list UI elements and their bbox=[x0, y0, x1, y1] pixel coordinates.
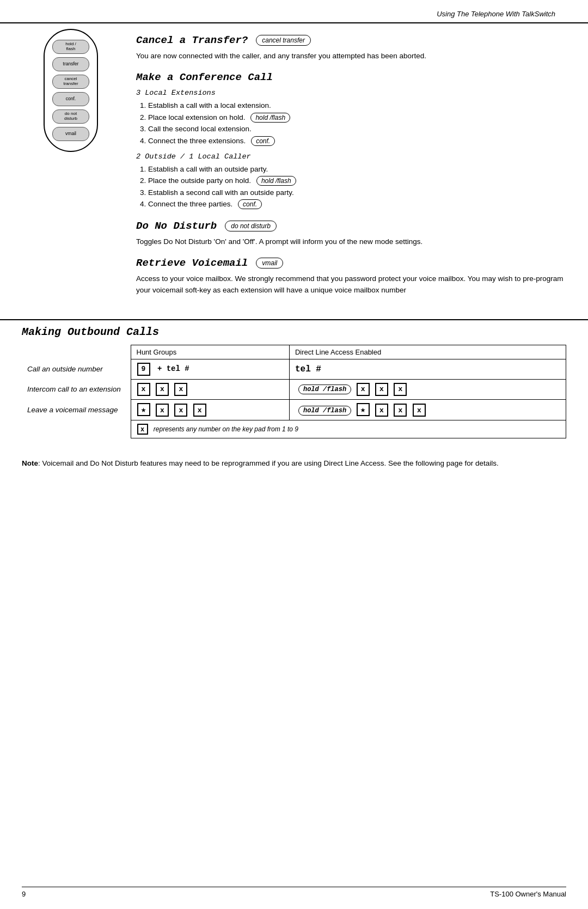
phone-button-label: hold / flash bbox=[65, 42, 76, 52]
row3-direct: hold /flash ★ x x x bbox=[289, 399, 566, 420]
x-key-1: x bbox=[137, 383, 150, 396]
phone-button-vmail: vmail bbox=[52, 127, 89, 141]
phone-button-hold: hold / flash bbox=[52, 40, 89, 54]
cancel-transfer-header: Cancel a Transfer? cancel transfer bbox=[136, 34, 566, 46]
page-header: Using The Telephone With TalkSwitch bbox=[0, 0, 588, 23]
x-key-2: x bbox=[156, 383, 169, 396]
tel-hash: tel # bbox=[295, 364, 321, 374]
phone-button-label: conf. bbox=[66, 96, 76, 101]
plus-tel: + tel # bbox=[157, 364, 189, 373]
main-content: hold / flash transfer cancel transfer co… bbox=[0, 29, 588, 316]
row3-label: Leave a voicemail message bbox=[22, 399, 131, 420]
outbound-section: Making Outbound Calls Hunt Groups Direct… bbox=[0, 319, 588, 450]
hold-flash-badge-vmail: hold /flash bbox=[298, 406, 351, 416]
hold-flash-badge-intercom: hold /flash bbox=[298, 385, 351, 394]
footnote-empty bbox=[22, 420, 131, 438]
local-steps-list: Establish a call with a local extension.… bbox=[136, 100, 566, 147]
phone-button-conf: conf. bbox=[52, 92, 89, 106]
table-row: Leave a voicemail message ★ x x x hold /… bbox=[22, 399, 566, 420]
outside-steps-list: Establish a call with an outside party. … bbox=[136, 163, 566, 210]
x-key-9: x bbox=[193, 404, 206, 417]
footnote-cell: x represents any number on the key pad f… bbox=[131, 420, 566, 438]
star-key-1: ★ bbox=[137, 403, 150, 416]
x-key-12: x bbox=[413, 404, 426, 417]
phone-button-label: vmail bbox=[65, 131, 76, 136]
local-step-1: Establish a call with a local extension. bbox=[148, 100, 566, 112]
x-key-11: x bbox=[394, 404, 407, 417]
phone-button-transfer: transfer bbox=[52, 57, 89, 71]
voicemail-badge: vmail bbox=[256, 258, 283, 269]
dnd-badge: do not disturb bbox=[225, 221, 277, 231]
footnote-row: x represents any number on the key pad f… bbox=[22, 420, 566, 438]
row3-hunt: ★ x x x bbox=[131, 399, 289, 420]
x-key-8: x bbox=[174, 404, 187, 417]
table-row: Call an outside number 9 + tel # tel # bbox=[22, 359, 566, 379]
note-section: Note: Voicemail and Do Not Disturb featu… bbox=[0, 449, 588, 480]
outside-step-2: Place the outside party on hold. hold /f… bbox=[148, 175, 566, 187]
conference-call-title: Make a Conference Call bbox=[136, 71, 273, 83]
local-step-4: Connect the three extensions. conf. bbox=[148, 135, 566, 147]
phone-button-label: do not disturb bbox=[64, 112, 77, 121]
row1-hunt: 9 + tel # bbox=[131, 359, 289, 379]
table-header-row: Hunt Groups Direct Line Access Enabled bbox=[22, 345, 566, 359]
cancel-transfer-title: Cancel a Transfer? bbox=[136, 34, 248, 46]
phone-button-cancel-transfer: cancel transfer bbox=[52, 75, 89, 89]
local-ext-subtitle: 3 Local Extensions bbox=[136, 89, 566, 97]
voicemail-section: Retrieve Voicemail vmail Access to your … bbox=[136, 257, 566, 296]
conference-call-header: Make a Conference Call bbox=[136, 71, 566, 83]
hold-flash-badge-1: hold /flash bbox=[250, 113, 290, 123]
direct-line-header: Direct Line Access Enabled bbox=[289, 345, 566, 359]
voicemail-header: Retrieve Voicemail vmail bbox=[136, 257, 566, 269]
phone-diagram: hold / flash transfer cancel transfer co… bbox=[22, 29, 120, 306]
dnd-body: Toggles Do Not Disturb 'On' and 'Off'. A… bbox=[136, 236, 566, 247]
cancel-transfer-badge: cancel transfer bbox=[256, 35, 311, 46]
hunt-groups-header: Hunt Groups bbox=[131, 345, 289, 359]
x-key-5: x bbox=[375, 383, 388, 396]
note-text: Voicemail and Do Not Disturb features ma… bbox=[42, 459, 499, 467]
note-label: Note bbox=[22, 459, 38, 467]
outside-step-1: Establish a call with an outside party. bbox=[148, 163, 566, 175]
local-step-2: Place local extension on hold. hold /fla… bbox=[148, 112, 566, 124]
row2-label: Intercom call to an extension bbox=[22, 379, 131, 399]
conf-badge-2: conf. bbox=[238, 199, 262, 209]
phone-button-label: transfer bbox=[63, 62, 79, 66]
outside-step-4: Connect the three parties. conf. bbox=[148, 198, 566, 210]
row1-label: Call an outside number bbox=[22, 359, 131, 379]
header-title: Using The Telephone With TalkSwitch bbox=[437, 10, 555, 18]
x-key-10: x bbox=[375, 404, 388, 417]
conference-call-section: Make a Conference Call 3 Local Extension… bbox=[136, 71, 566, 210]
footer-manual: TS-100 Owner's Manual bbox=[490, 890, 566, 898]
note-colon: : bbox=[38, 459, 42, 467]
star-key-2: ★ bbox=[357, 403, 370, 416]
phone-button-dnd: do not disturb bbox=[52, 109, 89, 124]
dnd-title: Do No Disturb bbox=[136, 220, 217, 232]
local-step-3: Call the second local extension. bbox=[148, 123, 566, 135]
dnd-header: Do No Disturb do not disturb bbox=[136, 220, 566, 232]
x-footnote: x bbox=[137, 424, 148, 435]
label-col-header bbox=[22, 345, 131, 359]
voicemail-title: Retrieve Voicemail bbox=[136, 257, 248, 269]
footer-page-number: 9 bbox=[22, 890, 26, 898]
table-row: Intercom call to an extension x x x hold… bbox=[22, 379, 566, 399]
page-footer: 9 TS-100 Owner's Manual bbox=[22, 887, 566, 898]
nine-key: 9 bbox=[137, 363, 150, 376]
row2-hunt: x x x bbox=[131, 379, 289, 399]
cancel-transfer-body: You are now connected with the caller, a… bbox=[136, 51, 566, 62]
do-not-disturb-section: Do No Disturb do not disturb Toggles Do … bbox=[136, 220, 566, 247]
row1-direct: tel # bbox=[289, 359, 566, 379]
right-content: Cancel a Transfer? cancel transfer You a… bbox=[120, 29, 566, 306]
outbound-table: Hunt Groups Direct Line Access Enabled C… bbox=[22, 345, 566, 439]
x-key-6: x bbox=[394, 383, 407, 396]
x-key-3: x bbox=[174, 383, 187, 396]
outside-subtitle: 2 Outside / 1 Local Caller bbox=[136, 152, 566, 161]
outbound-title: Making Outbound Calls bbox=[22, 326, 566, 338]
conf-badge-1: conf. bbox=[251, 136, 275, 146]
phone-button-label: cancel transfer bbox=[63, 77, 78, 87]
outside-step-3: Establish a second call with an outside … bbox=[148, 187, 566, 199]
row2-direct: hold /flash x x x bbox=[289, 379, 566, 399]
hold-flash-badge-2: hold /flash bbox=[256, 176, 296, 186]
cancel-transfer-section: Cancel a Transfer? cancel transfer You a… bbox=[136, 34, 566, 62]
x-key-7: x bbox=[156, 404, 169, 417]
footnote-text: represents any number on the key pad fro… bbox=[154, 425, 298, 433]
phone-body: hold / flash transfer cancel transfer co… bbox=[44, 29, 98, 152]
